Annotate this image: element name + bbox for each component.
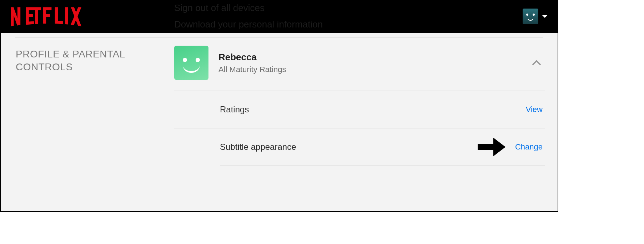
download-info-link[interactable]: Download your personal information	[174, 17, 323, 31]
profile-name: Rebecca	[218, 52, 286, 63]
netflix-logo[interactable]	[11, 7, 81, 26]
collapse-toggle[interactable]	[531, 58, 542, 68]
svg-rect-0	[478, 144, 494, 150]
caret-down-icon	[542, 15, 548, 18]
svg-marker-1	[493, 138, 505, 156]
avatar-icon	[523, 9, 538, 24]
chevron-up-icon	[531, 58, 542, 68]
profile-header[interactable]: Rebecca All Maturity Ratings	[174, 46, 545, 91]
section-title: PROFILE & PARENTAL CONTROLS	[16, 48, 151, 73]
profile-block: Rebecca All Maturity Ratings Ratings Vie…	[174, 46, 545, 166]
setting-row-subtitle-appearance: Subtitle appearance Change	[174, 128, 545, 166]
subtitle-appearance-label: Subtitle appearance	[220, 142, 296, 152]
annotation-arrow-icon	[478, 138, 505, 156]
profile-avatar-icon	[174, 46, 208, 80]
ratings-label: Ratings	[220, 105, 249, 115]
section-divider	[15, 37, 543, 37]
setting-row-ratings: Ratings View	[174, 91, 545, 128]
profile-menu[interactable]	[523, 9, 548, 24]
profile-meta: Rebecca All Maturity Ratings	[218, 52, 286, 74]
account-content: PROFILE & PARENTAL CONTROLS Rebecca All …	[1, 33, 558, 211]
header-background-links: Sign out of all devices Download your pe…	[174, 1, 323, 31]
ratings-view-link[interactable]: View	[526, 105, 543, 114]
app-header: Sign out of all devices Download your pe…	[1, 1, 558, 33]
signout-devices-link[interactable]: Sign out of all devices	[174, 1, 323, 15]
profile-maturity: All Maturity Ratings	[218, 65, 286, 74]
subtitle-appearance-change-link[interactable]: Change	[515, 142, 543, 152]
row-divider	[220, 166, 545, 166]
